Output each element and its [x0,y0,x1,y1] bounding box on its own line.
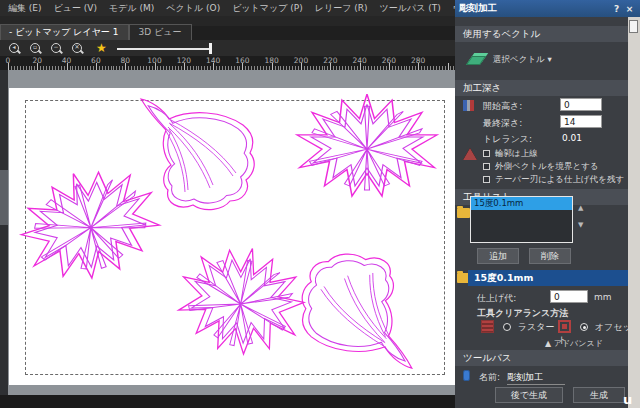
watermark: u [623,392,632,407]
allowance-input[interactable]: 0 [550,290,588,303]
vector-selector[interactable]: 選択ベクトル ▾ [493,54,552,66]
checkbox-outer-boundary[interactable]: 外側ベクトルを境界とする [483,161,599,173]
menu-item-1[interactable]: ビュー (V) [48,2,103,15]
ruler-label: 220 [323,56,337,65]
zoom-extents-icon[interactable]: ✕ [71,42,84,55]
ruler-label: 80 [120,56,130,65]
ruler-label: 160 [235,56,249,65]
tool-list[interactable]: 15度0.1mm [470,196,573,243]
menu-item-0[interactable]: 編集 (E) [2,2,48,15]
menu-item-5[interactable]: レリーフ (R) [309,2,374,15]
help-icon[interactable]: ? [610,4,623,14]
delete-tool-button[interactable]: 削除 [529,248,571,264]
ruler-label: 20 [33,56,43,65]
toolpath-name-label: 名前: [479,371,500,384]
panel-scrollbar-thumb[interactable] [629,20,638,33]
offset-radio[interactable] [580,323,588,331]
start-height-label: 開始高さ: [483,100,522,113]
zoom-slider-track [117,48,212,50]
chevron-down-icon: ▾ [548,54,552,64]
toolpath-icon [463,370,470,381]
raster-icon [481,320,494,333]
checkbox-icon[interactable] [483,176,490,183]
drawing-canvas[interactable] [0,70,455,395]
zoom-slider[interactable] [117,42,212,55]
ruler-label: 260 [382,56,396,65]
checkbox-icon[interactable] [483,150,490,157]
tool-move-down-icon[interactable]: ▼ [578,222,583,229]
panel-title: 彫刻加工 [459,2,497,15]
tool-folder-icon [457,208,470,218]
offset-icon [558,320,571,333]
advanced-toggle[interactable]: ▲ アドバンスド [545,338,603,349]
menu-item-3[interactable]: ベクトル (O) [160,2,226,15]
zoom-slider-handle[interactable] [209,43,212,54]
allowance-label: 仕上げ代: [477,292,516,305]
clearance-method-label: 工具クリアランス方法 [477,307,568,320]
generate-later-button[interactable]: 後で生成 [495,387,563,403]
raster-radio[interactable] [503,323,511,331]
ruler-label: 240 [352,56,366,65]
toolpath-name-input[interactable]: 彫刻加工 [507,371,565,385]
checkbox-outline-topline[interactable]: 輪郭は上線 [483,148,538,160]
ruler-label: 180 [265,56,279,65]
taper-tool-icon [463,148,477,160]
zoom-in-icon[interactable]: ◂ [8,42,21,55]
panel-scrollbar[interactable] [628,17,640,408]
generate-button[interactable]: 生成 [573,387,625,403]
ruler-label: 0 [6,56,11,65]
engraving-panel: 彫刻加工 ? × 使用するベクトル 選択ベクトル ▾ 加工深さ 開始高さ: 0 … [455,0,640,408]
bottom-edge-strip [0,395,455,408]
checkbox-icon[interactable] [483,163,490,170]
tool-list-item-selected[interactable]: 15度0.1mm [471,197,572,210]
menu-item-4[interactable]: ビットマップ (P) [226,2,309,15]
start-height-input[interactable]: 0 [560,98,602,111]
menu-item-2[interactable]: モデル (M) [103,2,160,15]
tool-move-up-icon[interactable]: ▲ [578,205,583,212]
ruler-label: 100 [147,56,161,65]
ruler-label: 60 [91,56,101,65]
ruler-label: 40 [62,56,72,65]
menu-bar: 編集 (E)ビュー (V)モデル (M)ベクトル (O)ビットマップ (P)レリ… [0,0,455,16]
raster-option[interactable]: ラスター [481,320,554,334]
panel-title-bar: 彫刻加工 ? × [455,0,640,17]
final-depth-label: 最終深さ: [483,117,522,130]
allowance-unit: mm [594,292,612,302]
depth-gauge-icon [463,100,474,111]
add-tool-button[interactable]: 追加 [477,248,519,264]
work-area: 編集 (E)ビュー (V)モデル (M)ベクトル (O)ビットマップ (P)レリ… [0,0,455,408]
zoom-box-icon[interactable]: ▫ [29,42,42,55]
tab-bitmap-layer[interactable]: - ビットマップ レイヤー 1 [0,24,129,40]
vector-layers-icon [466,56,486,65]
final-depth-input[interactable]: 14 [560,115,602,128]
menu-item-6[interactable]: ツールパス (T) [374,2,447,15]
ruler-label: 140 [206,56,220,65]
tolerance-value: 0.01 [562,133,582,143]
tab-3d-view[interactable]: 3D ビュー [129,24,192,40]
view-tab-bar: - ビットマップ レイヤー 1 3D ビュー [0,26,455,40]
tolerance-label: トレランス: [483,133,532,146]
ruler-label: 280 [411,56,425,65]
checkbox-taper-allowance[interactable]: テーパー刃による仕上げ代を残す [483,174,624,186]
section-vectors-header: 使用するベクトル [455,26,628,42]
menu-item-7[interactable]: ウィンドウ (W) [447,2,455,15]
ruler-label: 120 [177,56,191,65]
section-toolpath-header: ツールパス [455,350,628,366]
zoom-toolbar: ◂ ▫ − ✕ ★ [0,40,455,56]
zoom-favorite-icon[interactable]: ★ [96,42,107,55]
left-edge-strip [0,70,8,408]
leaf-vectors [0,70,455,395]
close-icon[interactable]: × [623,4,636,14]
ruler-label: 200 [294,56,308,65]
zoom-out-icon[interactable]: − [50,42,63,55]
tool-detail-header[interactable]: 15度0.1mm ▾ [468,270,640,286]
horizontal-ruler: 020406080100120140160180200220240260280 [0,56,455,70]
section-depth-header: 加工深さ [455,80,628,96]
